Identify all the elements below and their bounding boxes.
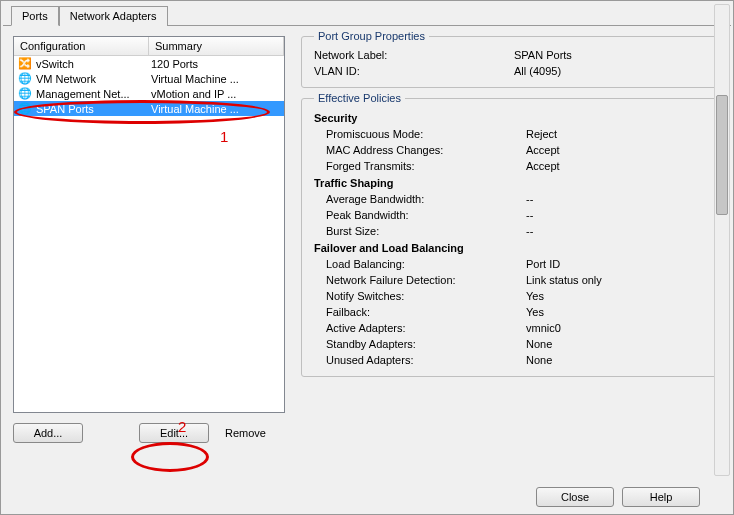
tab-network-adapters[interactable]: Network Adapters	[59, 6, 168, 26]
label: Peak Bandwidth:	[326, 209, 526, 221]
value: vmnic0	[526, 322, 710, 334]
row-name: Management Net...	[36, 88, 151, 100]
label: MAC Address Changes:	[326, 144, 526, 156]
effective-policies: Effective Policies Security Promiscuous …	[301, 98, 721, 377]
add-button[interactable]: Add...	[13, 423, 83, 443]
scrollbar-handle[interactable]	[716, 95, 728, 215]
section-traffic-shaping: Traffic Shaping	[314, 174, 710, 191]
value: Yes	[526, 306, 710, 318]
close-button[interactable]: Close	[536, 487, 614, 507]
list-header: Configuration Summary	[14, 37, 284, 56]
list-row[interactable]: 🔀 vSwitch 120 Ports	[14, 56, 284, 71]
label: Failback:	[326, 306, 526, 318]
edit-button[interactable]: Edit...	[139, 423, 209, 443]
value: Accept	[526, 144, 710, 156]
label: Load Balancing:	[326, 258, 526, 270]
fieldset-title: Port Group Properties	[314, 30, 429, 42]
portgroup-icon: 🌐	[18, 102, 32, 115]
value: Link status only	[526, 274, 710, 286]
value: --	[526, 209, 710, 221]
fieldset-title: Effective Policies	[314, 92, 405, 104]
row-name: VM Network	[36, 73, 151, 85]
label: Unused Adapters:	[326, 354, 526, 366]
label: Promiscuous Mode:	[326, 128, 526, 140]
port-group-properties: Port Group Properties Network Label:SPAN…	[301, 36, 721, 88]
row-summary: 120 Ports	[151, 58, 280, 70]
label: VLAN ID:	[314, 65, 514, 77]
scrollbar[interactable]	[714, 4, 730, 476]
value: --	[526, 193, 710, 205]
label: Standby Adapters:	[326, 338, 526, 350]
value: Yes	[526, 290, 710, 302]
value: Accept	[526, 160, 710, 172]
value: --	[526, 225, 710, 237]
value: SPAN Ports	[514, 49, 710, 61]
label: Network Failure Detection:	[326, 274, 526, 286]
portgroup-icon: 🌐	[18, 72, 32, 85]
row-summary: Virtual Machine ...	[151, 73, 280, 85]
row-summary: Virtual Machine ...	[151, 103, 280, 115]
value: Reject	[526, 128, 710, 140]
row-summary: vMotion and IP ...	[151, 88, 280, 100]
label: Average Bandwidth:	[326, 193, 526, 205]
col-configuration[interactable]: Configuration	[14, 37, 149, 55]
label: Network Label:	[314, 49, 514, 61]
config-list[interactable]: Configuration Summary 🔀 vSwitch 120 Port…	[13, 36, 285, 413]
label: Burst Size:	[326, 225, 526, 237]
value: Port ID	[526, 258, 710, 270]
value: None	[526, 338, 710, 350]
label: Notify Switches:	[326, 290, 526, 302]
row-name: SPAN Ports	[36, 103, 151, 115]
list-row[interactable]: 🌐 VM Network Virtual Machine ...	[14, 71, 284, 86]
label: Active Adapters:	[326, 322, 526, 334]
section-failover: Failover and Load Balancing	[314, 239, 710, 256]
help-button[interactable]: Help	[622, 487, 700, 507]
list-row[interactable]: 🌐 Management Net... vMotion and IP ...	[14, 86, 284, 101]
section-security: Security	[314, 109, 710, 126]
value: None	[526, 354, 710, 366]
row-name: vSwitch	[36, 58, 151, 70]
label: Forged Transmits:	[326, 160, 526, 172]
tab-ports[interactable]: Ports	[11, 6, 59, 26]
remove-button[interactable]: Remove	[215, 423, 276, 443]
vswitch-icon: 🔀	[18, 57, 32, 70]
list-row-selected[interactable]: 🌐 SPAN Ports Virtual Machine ...	[14, 101, 284, 116]
portgroup-icon: 🌐	[18, 87, 32, 100]
value: All (4095)	[514, 65, 710, 77]
col-summary[interactable]: Summary	[149, 37, 284, 55]
